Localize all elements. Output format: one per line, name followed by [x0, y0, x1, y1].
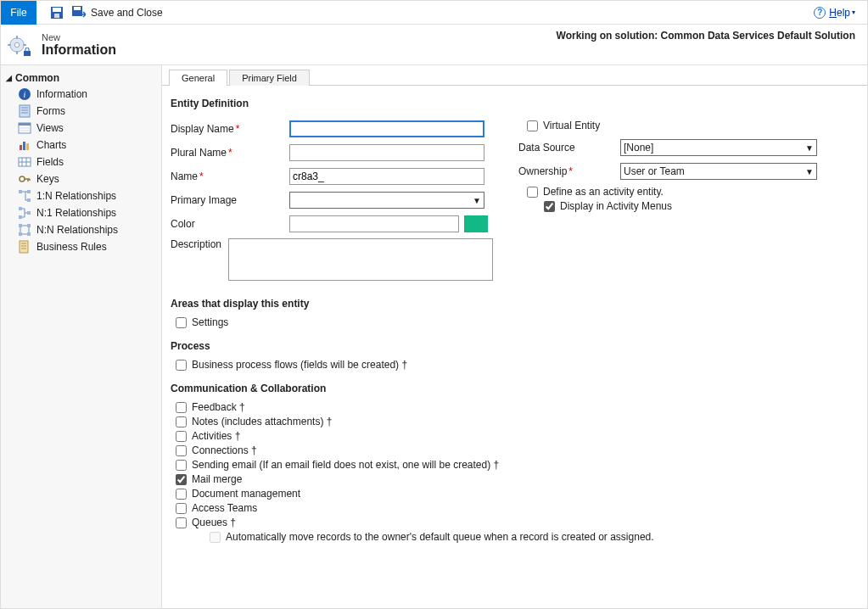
- charts-icon: [18, 138, 31, 152]
- save-and-close-button[interactable]: Save and Close: [72, 6, 163, 20]
- sidebar-item-keys[interactable]: Keys: [1, 170, 161, 187]
- sidebar-item-views[interactable]: Views: [1, 120, 161, 137]
- views-icon: [18, 121, 31, 135]
- svg-rect-2: [54, 14, 59, 18]
- page-header: New Information Working on solution: Com…: [1, 25, 867, 65]
- data-source-select[interactable]: [None]▼: [620, 139, 817, 156]
- description-textarea[interactable]: [228, 238, 493, 281]
- primary-image-label: Primary Image: [171, 194, 289, 206]
- notes-checkbox[interactable]: [176, 416, 187, 427]
- settings-checkbox[interactable]: [176, 317, 187, 328]
- sidebar-item-label: 1:N Relationships: [36, 190, 116, 202]
- sidebar-item-business-rules[interactable]: Business Rules: [1, 238, 161, 255]
- name-label: Name*: [171, 170, 289, 182]
- ownership-select[interactable]: User or Team▼: [620, 163, 817, 180]
- connections-label: Connections †: [192, 444, 257, 456]
- sidebar-item-information[interactable]: iInformation: [1, 86, 161, 103]
- access-teams-checkbox[interactable]: [176, 503, 187, 514]
- virtual-entity-label: Virtual Entity: [543, 120, 600, 131]
- mail-merge-checkbox[interactable]: [176, 474, 187, 485]
- display-name-input[interactable]: [289, 120, 484, 137]
- ownership-label: Ownership*: [518, 165, 620, 177]
- bpf-checkbox[interactable]: [176, 360, 187, 371]
- activities-checkbox[interactable]: [176, 431, 187, 442]
- tab-primary-field[interactable]: Primary Field: [229, 70, 310, 86]
- save-icon[interactable]: [50, 6, 64, 20]
- keys-icon: [18, 172, 31, 186]
- sending-email-checkbox[interactable]: [176, 460, 187, 471]
- sidebar-group-common[interactable]: ◢ Common: [1, 70, 161, 86]
- feedback-checkbox[interactable]: [176, 402, 187, 413]
- auto-move-queue-label: Automatically move records to the owner'…: [226, 531, 654, 543]
- virtual-entity-checkbox[interactable]: [527, 120, 538, 131]
- activities-label: Activities †: [192, 430, 240, 442]
- solution-context-label: Working on solution: Common Data Service…: [557, 30, 855, 42]
- svg-rect-33: [19, 190, 22, 193]
- bpf-label: Business process flows (fields will be c…: [192, 359, 407, 371]
- svg-rect-24: [26, 143, 29, 150]
- chevron-down-icon: ▼: [805, 167, 814, 176]
- help-link[interactable]: ? Help ▾: [814, 7, 855, 19]
- connections-checkbox[interactable]: [176, 445, 187, 456]
- chevron-down-icon: ▾: [852, 8, 855, 16]
- file-menu-button[interactable]: File: [1, 1, 36, 25]
- new-label: New: [42, 32, 116, 42]
- sidebar-item-label: Keys: [36, 173, 59, 185]
- queues-label: Queues †: [192, 517, 236, 528]
- svg-rect-22: [20, 145, 22, 150]
- define-activity-checkbox[interactable]: [527, 187, 538, 198]
- doc-management-checkbox[interactable]: [176, 489, 187, 500]
- settings-label: Settings: [192, 316, 228, 328]
- svg-rect-19: [19, 123, 31, 126]
- sidebar: ◢ Common iInformation Forms Views Charts…: [1, 65, 162, 608]
- sidebar-item-label: N:N Relationships: [36, 224, 118, 236]
- sidebar-item-nn-relationships[interactable]: N:N Relationships: [1, 221, 161, 238]
- color-input[interactable]: [289, 215, 459, 232]
- tab-bar: General Primary Field: [162, 65, 867, 86]
- chevron-down-icon: ▼: [805, 143, 814, 153]
- forms-icon: [18, 104, 31, 118]
- sending-email-label: Sending email (If an email field does no…: [192, 459, 499, 471]
- feedback-label: Feedback †: [192, 401, 245, 413]
- sidebar-item-charts[interactable]: Charts: [1, 137, 161, 154]
- svg-rect-34: [27, 190, 31, 193]
- svg-rect-37: [19, 215, 22, 219]
- sidebar-item-label: Charts: [36, 139, 66, 151]
- form-content: Entity Definition Display Name* Plural N…: [162, 86, 867, 608]
- sidebar-item-n1-relationships[interactable]: N:1 Relationships: [1, 204, 161, 221]
- name-input[interactable]: [289, 168, 484, 185]
- sidebar-item-fields[interactable]: Fields: [1, 154, 161, 170]
- access-teams-label: Access Teams: [192, 502, 257, 514]
- chevron-down-icon: ▼: [473, 196, 481, 205]
- relationship-icon: [18, 189, 31, 203]
- svg-rect-11: [24, 51, 31, 56]
- primary-image-select[interactable]: ▼: [289, 192, 484, 209]
- sidebar-item-1n-relationships[interactable]: 1:N Relationships: [1, 187, 161, 204]
- info-icon: i: [18, 87, 31, 101]
- queues-checkbox[interactable]: [176, 517, 187, 528]
- auto-move-queue-checkbox: [210, 532, 221, 543]
- svg-point-29: [20, 176, 25, 182]
- lock-icon: [23, 47, 31, 56]
- section-areas: Areas that display this entity: [171, 298, 855, 310]
- save-close-label: Save and Close: [91, 7, 163, 19]
- doc-management-label: Document management: [192, 488, 300, 500]
- main-area: General Primary Field Entity Definition …: [162, 65, 867, 608]
- plural-name-label: Plural Name*: [171, 147, 289, 159]
- color-swatch[interactable]: [464, 215, 488, 232]
- sidebar-item-forms[interactable]: Forms: [1, 103, 161, 120]
- svg-rect-39: [19, 224, 22, 227]
- sidebar-item-label: Business Rules: [36, 241, 107, 253]
- color-label: Color: [171, 218, 289, 230]
- svg-rect-42: [27, 232, 31, 236]
- top-toolbar: File Save and Close ? Help ▾: [1, 1, 867, 25]
- tab-general[interactable]: General: [169, 70, 227, 86]
- define-activity-label: Define as an activity entity.: [543, 186, 664, 198]
- svg-rect-41: [27, 224, 31, 227]
- plural-name-input[interactable]: [289, 144, 484, 161]
- display-activity-menus-checkbox[interactable]: [544, 201, 555, 212]
- section-process: Process: [171, 340, 855, 352]
- relationship-icon: [18, 223, 31, 237]
- sidebar-item-label: Fields: [36, 156, 64, 168]
- sidebar-item-label: Information: [36, 88, 87, 100]
